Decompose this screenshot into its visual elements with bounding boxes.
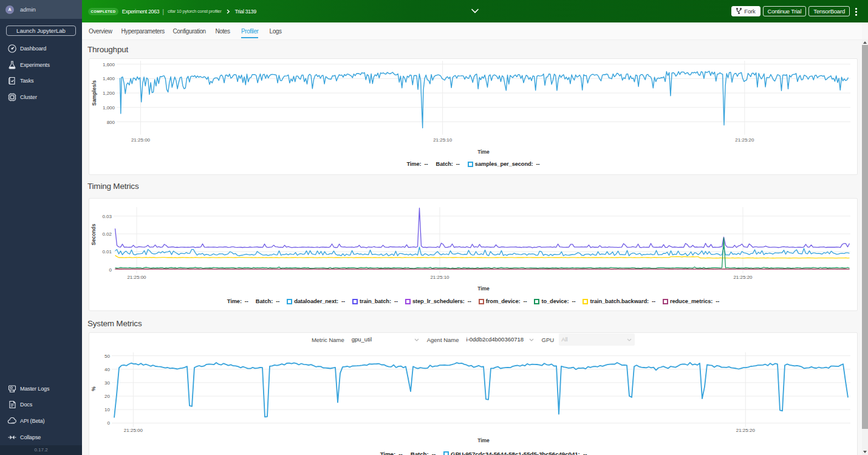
svg-text:Samples/s: Samples/s (91, 80, 97, 106)
svg-text:Time: Time (477, 149, 490, 155)
svg-text:21:25:10: 21:25:10 (433, 137, 453, 143)
svg-text:21:25:20: 21:25:20 (733, 275, 753, 280)
svg-text:1,200: 1,200 (103, 91, 115, 96)
svg-text:0: 0 (108, 420, 111, 426)
svg-text:Time: Time (477, 437, 490, 443)
svg-text:21:25:20: 21:25:20 (735, 137, 754, 143)
svg-text:21:25:00: 21:25:00 (131, 137, 151, 143)
svg-text:50: 50 (104, 354, 110, 359)
svg-text:Time: Time (477, 286, 490, 292)
svg-text:800: 800 (107, 120, 115, 125)
svg-text:1,400: 1,400 (103, 76, 115, 81)
svg-text:21:25:00: 21:25:00 (124, 428, 143, 433)
svg-text:1,600: 1,600 (103, 62, 115, 67)
svg-text:10: 10 (104, 407, 110, 412)
svg-text:0.03: 0.03 (102, 214, 112, 219)
svg-text:21:25:00: 21:25:00 (127, 275, 146, 280)
svg-text:20: 20 (104, 394, 110, 399)
svg-text:%: % (91, 386, 97, 391)
svg-text:40: 40 (104, 367, 110, 372)
svg-text:1,000: 1,000 (103, 105, 115, 111)
svg-text:30: 30 (104, 380, 110, 386)
svg-text:0: 0 (109, 267, 112, 273)
svg-text:0.02: 0.02 (102, 231, 112, 237)
svg-text:21:25:10: 21:25:10 (430, 275, 449, 280)
svg-text:21:25:20: 21:25:20 (736, 428, 756, 433)
svg-text:Seconds: Seconds (91, 224, 97, 245)
svg-text:0.01: 0.01 (102, 249, 112, 255)
